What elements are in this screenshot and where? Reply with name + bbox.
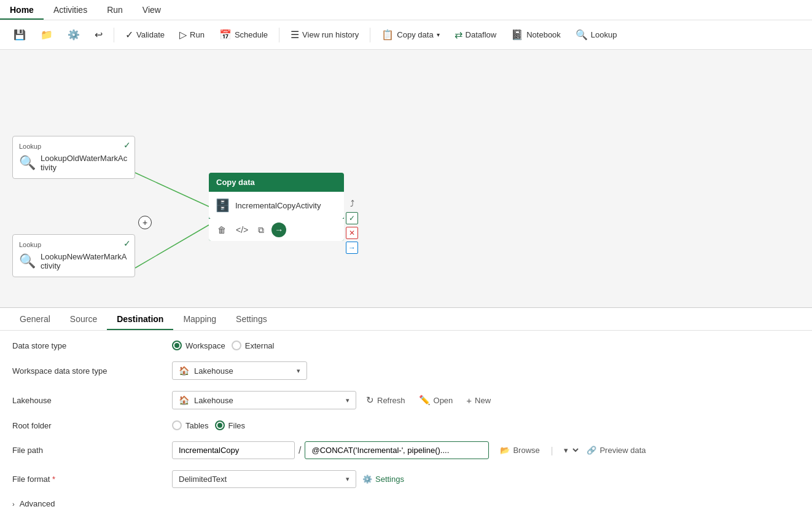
external-radio[interactable]: External: [232, 341, 275, 350]
preview-data-button[interactable]: 🔗 Preview data: [587, 446, 646, 455]
lookup-new-check: ✓: [123, 238, 131, 248]
view-run-history-label: View run history: [302, 30, 359, 39]
lakehouse-select[interactable]: 🏠 Lakehouse ▾: [172, 391, 356, 409]
files-radio[interactable]: Files: [215, 420, 245, 430]
run-label: Run: [190, 30, 205, 39]
copy-data-node-name: IncrementalCopyActivity: [235, 201, 321, 210]
dataflow-button[interactable]: ⇄ Dataflow: [448, 25, 503, 44]
settings-button[interactable]: ⚙️: [61, 25, 86, 44]
node-copy-data[interactable]: Copy data 🗄️ IncrementalCopyActivity 🗑 <…: [209, 173, 344, 241]
lookup-new-icon: 🔍: [19, 253, 36, 269]
lookup-icon: 🔍: [576, 29, 588, 41]
file-path-expr-input[interactable]: [305, 441, 489, 459]
file-format-label: File format *: [12, 475, 172, 484]
refresh-label: Refresh: [377, 396, 405, 405]
tab-mapping[interactable]: Mapping: [173, 308, 226, 330]
node-lookup-new-type: Lookup: [19, 241, 128, 248]
arrow-node-button[interactable]: →: [271, 223, 286, 237]
undo-button[interactable]: ↩: [88, 25, 109, 44]
run-button[interactable]: ▷ Run: [173, 25, 211, 44]
nav-view[interactable]: View: [133, 0, 171, 20]
tables-radio[interactable]: Tables: [172, 420, 209, 430]
lakehouse-value: Lakehouse: [194, 396, 341, 405]
add-activity-button[interactable]: +: [138, 216, 152, 229]
save-as-icon: 📁: [41, 29, 53, 41]
divider-1: [114, 28, 114, 42]
file-format-settings-button[interactable]: ⚙️ Settings: [362, 475, 404, 484]
nav-activities[interactable]: Activities: [44, 0, 97, 20]
delete-node-button[interactable]: 🗑: [215, 224, 228, 236]
chevron-right-icon: ›: [12, 500, 15, 508]
root-folder-label: Root folder: [12, 421, 172, 430]
external-radio-circle: [232, 341, 241, 350]
browse-label: Browse: [513, 446, 539, 455]
browse-button[interactable]: 📂 Browse: [495, 443, 544, 457]
history-icon: ☰: [291, 29, 299, 41]
data-store-type-row: Data store type Workspace External: [12, 341, 800, 350]
copy-node-button[interactable]: ⧉: [256, 224, 267, 237]
file-format-settings-label: Settings: [375, 475, 404, 484]
tab-destination[interactable]: Destination: [107, 308, 173, 330]
file-path-label: File path: [12, 446, 172, 455]
lakehouse-icon: 🏠: [179, 395, 189, 405]
toolbar: 💾 📁 ⚙️ ↩ ✓ Validate ▷ Run 📅 Schedule ☰ V…: [0, 20, 812, 50]
tab-general[interactable]: General: [10, 308, 60, 330]
advanced-label: Advanced: [20, 499, 55, 508]
canvas[interactable]: Lookup 🔍 LookupOldWaterMarkActivity ✓ Lo…: [0, 50, 812, 308]
tab-source[interactable]: Source: [60, 308, 107, 330]
browse-dropdown[interactable]: ▾: [559, 443, 580, 458]
node-lookup-new[interactable]: Lookup 🔍 LookupNewWaterMarkActivity ✓: [12, 234, 135, 277]
workspace-data-store-value: Lakehouse: [194, 366, 292, 376]
schedule-button[interactable]: 📅 Schedule: [213, 25, 274, 44]
node-lookup-old[interactable]: Lookup 🔍 LookupOldWaterMarkActivity ✓: [12, 136, 135, 179]
new-button[interactable]: + New: [463, 393, 494, 408]
svg-line-1: [135, 225, 209, 268]
files-radio-circle: [215, 420, 225, 430]
file-format-select[interactable]: DelimitedText ▾: [172, 470, 356, 488]
lookup-button[interactable]: 🔍 Lookup: [569, 25, 623, 44]
refresh-icon: ↻: [366, 395, 374, 406]
view-run-history-button[interactable]: ☰ View run history: [284, 25, 365, 44]
workspace-data-store-row: Workspace data store type 🏠 Lakehouse ▾: [12, 361, 800, 380]
validate-label: Validate: [136, 30, 165, 39]
copy-data-button[interactable]: 📋 Copy data ▾: [375, 25, 445, 44]
file-format-row: File format * DelimitedText ▾ ⚙️ Setting…: [12, 470, 800, 488]
notebook-button[interactable]: 📓 Notebook: [505, 25, 567, 44]
gear-icon: ⚙️: [68, 29, 80, 41]
code-node-button[interactable]: </>: [233, 224, 251, 236]
preview-data-label: Preview data: [599, 446, 646, 455]
file-path-separator: /: [299, 445, 301, 456]
lakehouse-arrow: ▾: [346, 396, 349, 404]
destination-form: Data store type Workspace External Works…: [0, 331, 812, 520]
panel-tabs: General Source Destination Mapping Setti…: [0, 308, 812, 331]
file-path-input[interactable]: [172, 441, 295, 459]
nav-run[interactable]: Run: [97, 0, 133, 20]
workspace-radio[interactable]: Workspace: [172, 341, 225, 350]
file-format-required: *: [52, 475, 55, 484]
refresh-button[interactable]: ↻ Refresh: [362, 392, 409, 408]
node-lookup-old-name: LookupOldWaterMarkActivity: [41, 154, 128, 172]
workspace-data-store-label: Workspace data store type: [12, 366, 172, 376]
dataflow-label: Dataflow: [466, 30, 497, 39]
advanced-toggle[interactable]: › Advanced: [12, 499, 55, 508]
arrow-up-icon: ⤴: [346, 197, 358, 210]
data-store-type-controls: Workspace External: [172, 341, 275, 350]
lakehouse-label: Lakehouse: [12, 396, 172, 405]
preview-icon: 🔗: [587, 446, 596, 455]
lookup-old-icon: 🔍: [19, 155, 36, 171]
lakehouse-row: Lakehouse 🏠 Lakehouse ▾ ↻ Refresh ✏️ Ope…: [12, 391, 800, 409]
nav-home[interactable]: Home: [0, 0, 44, 20]
workspace-data-store-select[interactable]: 🏠 Lakehouse ▾: [172, 361, 307, 380]
schedule-label: Schedule: [235, 30, 268, 39]
advanced-row: › Advanced: [12, 499, 800, 508]
file-format-value: DelimitedText: [179, 475, 341, 484]
save-as-button[interactable]: 📁: [34, 25, 59, 44]
divider-3: [370, 28, 370, 42]
node-lookup-old-type: Lookup: [19, 143, 128, 150]
svg-line-0: [135, 173, 209, 207]
open-button[interactable]: ✏️ Open: [415, 392, 457, 408]
validate-button[interactable]: ✓ Validate: [119, 25, 171, 44]
save-button[interactable]: 💾: [7, 25, 32, 44]
tab-settings[interactable]: Settings: [226, 308, 277, 330]
undo-icon: ↩: [95, 29, 103, 41]
